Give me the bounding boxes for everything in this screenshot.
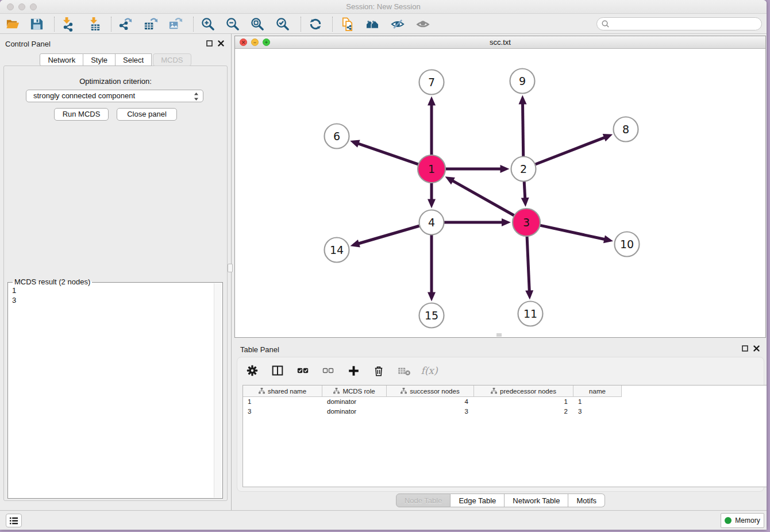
search-field[interactable] [596, 17, 762, 30]
deselect-all-icon[interactable] [321, 364, 335, 377]
graph-edge-4-14 [357, 226, 419, 244]
graph-edge-arrow [500, 165, 510, 173]
refresh-icon[interactable] [307, 16, 324, 32]
graph-canvas[interactable]: 7968124314101511 [235, 49, 765, 337]
mcds-result-title: MCDS result (2 nodes) [13, 277, 92, 286]
clone-network-icon[interactable] [340, 16, 356, 32]
control-panel: Control Panel Network Style Select MCDS … [0, 34, 232, 510]
graph-node-label: 3 [523, 216, 530, 229]
select-stepper-icon [194, 92, 199, 101]
graph-edge-2-8 [535, 137, 606, 165]
search-input[interactable] [612, 20, 761, 28]
tab-edge-table[interactable]: Edge Table [451, 494, 505, 507]
column-panel-icon[interactable] [271, 364, 284, 377]
graph-node-label: 8 [622, 123, 629, 136]
add-column-icon[interactable] [346, 364, 360, 377]
delete-column-icon[interactable] [372, 364, 386, 377]
criterion-select[interactable]: strongly connected component [26, 90, 203, 102]
table-panel-title: Table Panel [240, 345, 279, 354]
tab-mcds[interactable]: MCDS [153, 53, 191, 66]
network-titlebar[interactable]: ✕ − + scc.txt [235, 36, 765, 49]
tab-motifs[interactable]: Motifs [568, 494, 605, 507]
table-row[interactable]: 1 dominator 4 1 1 [243, 397, 767, 407]
mcds-panel: Optimization criterion: strongly connect… [3, 65, 228, 501]
hide-selected-icon[interactable] [390, 16, 406, 32]
column-header-name[interactable]: name [573, 385, 622, 397]
column-type-icon [259, 388, 265, 394]
toolbar-separator [111, 17, 111, 32]
show-details-icon[interactable] [415, 16, 431, 32]
tab-network-table[interactable]: Network Table [505, 494, 568, 507]
close-panel-icon[interactable] [753, 345, 760, 352]
graph-node-label: 10 [620, 238, 634, 250]
graph-node-label: 7 [428, 76, 435, 88]
table-row[interactable]: 3 dominator 3 2 3 [243, 407, 767, 417]
column-header-successor-nodes[interactable]: successor nodes [387, 385, 474, 397]
criterion-selected-value: strongly connected component [33, 91, 135, 100]
toolbar-separator [54, 17, 55, 32]
task-history-button[interactable] [6, 514, 22, 527]
zoom-in-icon[interactable] [200, 16, 216, 32]
export-table-icon[interactable] [143, 16, 159, 32]
column-header-predecessor-nodes[interactable]: predecessor nodes [474, 385, 573, 397]
graph-node-label: 9 [519, 75, 526, 87]
graph-edge-arrow [351, 240, 360, 247]
app-window: Session: New Session [0, 0, 767, 530]
graph-edge-arrow [519, 95, 527, 104]
run-mcds-button[interactable]: Run MCDS [54, 108, 109, 121]
export-image-icon[interactable] [167, 16, 183, 32]
import-table-icon[interactable] [87, 16, 103, 32]
optimization-criterion-label: Optimization criterion: [4, 77, 227, 86]
graph-node-label: 11 [523, 307, 537, 320]
graph-node-label: 15 [425, 309, 438, 322]
export-network-icon[interactable] [117, 16, 133, 32]
zoom-fit-icon[interactable] [249, 16, 265, 32]
column-type-icon [333, 388, 340, 394]
result-scrollbar[interactable] [214, 283, 222, 498]
close-panel-button[interactable]: Close panel [117, 108, 177, 121]
memory-status-icon [725, 517, 732, 524]
zoom-out-icon[interactable] [225, 16, 241, 32]
home-icon[interactable] [364, 16, 380, 32]
graph-edge-arrow [428, 97, 436, 106]
result-line: 3 [12, 295, 16, 305]
select-all-icon[interactable] [296, 364, 310, 377]
search-icon [601, 20, 610, 28]
mcds-result-box: MCDS result (2 nodes) 1 3 [7, 282, 223, 499]
graph-edge-arrow [428, 292, 436, 302]
graph-edge-arrow [603, 236, 613, 244]
close-panel-icon[interactable] [218, 40, 224, 47]
main-titlebar: Session: New Session [0, 0, 767, 14]
network-title: scc.txt [235, 38, 765, 47]
network-canvas[interactable]: 7968124314101511 [235, 49, 765, 337]
tab-style[interactable]: Style [83, 53, 116, 66]
graph-edge-3-10 [540, 225, 606, 240]
float-panel-icon[interactable] [206, 40, 213, 47]
zoom-selected-icon[interactable] [275, 16, 291, 32]
graph-edge-arrow [603, 134, 613, 141]
save-session-icon[interactable] [29, 16, 45, 32]
column-header-shared-name[interactable]: shared name [243, 385, 322, 397]
tab-select[interactable]: Select [116, 53, 152, 66]
tab-node-table[interactable]: Node Table [396, 494, 451, 507]
open-session-icon[interactable] [5, 16, 21, 32]
graph-node-label: 6 [333, 130, 340, 142]
column-header-mcds-role[interactable]: MCDS role [322, 385, 387, 397]
table-panel: Table Panel [234, 341, 767, 510]
settings-gear-icon[interactable] [245, 364, 259, 377]
canvas-splitter-handle[interactable] [496, 333, 502, 337]
session-title: Session: New Session [0, 2, 767, 11]
status-bar: Memory [0, 510, 767, 530]
main-content: Control Panel Network Style Select MCDS … [0, 34, 767, 510]
memory-button[interactable]: Memory [721, 513, 764, 528]
toolbar-separator [193, 17, 194, 32]
control-panel-title: Control Panel [5, 40, 51, 48]
import-network-icon[interactable] [60, 16, 76, 32]
graph-node-label: 1 [428, 163, 435, 175]
panel-splitter-handle[interactable] [228, 264, 233, 272]
main-toolbar [0, 14, 767, 34]
float-panel-icon[interactable] [742, 345, 748, 352]
graph-edge-3-11 [527, 236, 529, 292]
network-window: ✕ − + scc.txt 7968124314101511 [234, 36, 766, 338]
tab-network[interactable]: Network [40, 53, 83, 66]
